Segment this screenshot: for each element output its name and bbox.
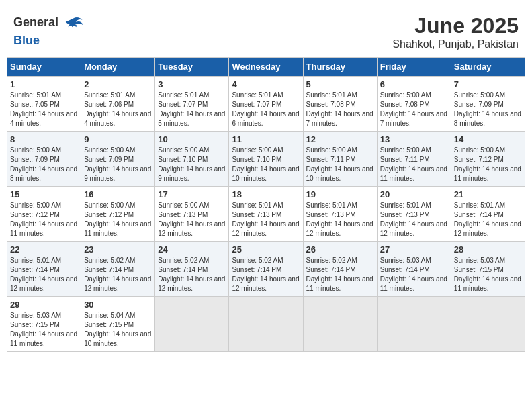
sunset-text: Sunset: 7:10 PM (158, 156, 208, 163)
table-row: 15 Sunrise: 5:00 AM Sunset: 7:12 PM Dayl… (7, 187, 81, 242)
sunrise-text: Sunrise: 5:01 AM (232, 91, 283, 99)
sunset-text: Sunset: 7:10 PM (232, 156, 281, 163)
sunset-text: Sunset: 7:13 PM (232, 211, 281, 218)
daylight-text: Daylight: 14 hours and 12 minutes. (84, 275, 151, 292)
sunset-text: Sunset: 7:14 PM (10, 266, 60, 273)
cell-info: Sunrise: 5:03 AM Sunset: 7:14 PM Dayligh… (380, 256, 448, 293)
col-sunday: Sunday (7, 58, 81, 77)
cell-info: Sunrise: 5:01 AM Sunset: 7:07 PM Dayligh… (158, 91, 226, 128)
day-number: 26 (306, 244, 374, 255)
table-row: 26 Sunrise: 5:02 AM Sunset: 7:14 PM Dayl… (303, 242, 377, 297)
table-row: 6 Sunrise: 5:00 AM Sunset: 7:08 PM Dayli… (377, 77, 451, 132)
table-row: 17 Sunrise: 5:00 AM Sunset: 7:13 PM Dayl… (155, 187, 229, 242)
table-row: 7 Sunrise: 5:00 AM Sunset: 7:09 PM Dayli… (451, 77, 525, 132)
cell-info: Sunrise: 5:00 AM Sunset: 7:12 PM Dayligh… (84, 201, 152, 238)
day-number: 18 (232, 189, 300, 199)
logo-blue: Blue (13, 34, 40, 47)
table-row: 4 Sunrise: 5:01 AM Sunset: 7:07 PM Dayli… (229, 77, 303, 132)
sunset-text: Sunset: 7:09 PM (84, 156, 134, 163)
table-row: 13 Sunrise: 5:00 AM Sunset: 7:11 PM Dayl… (377, 132, 451, 187)
cell-info: Sunrise: 5:00 AM Sunset: 7:10 PM Dayligh… (232, 146, 300, 183)
table-row: 28 Sunrise: 5:03 AM Sunset: 7:15 PM Dayl… (451, 242, 525, 297)
sunrise-text: Sunrise: 5:02 AM (232, 257, 283, 264)
cell-info: Sunrise: 5:02 AM Sunset: 7:14 PM Dayligh… (158, 256, 226, 293)
daylight-text: Daylight: 14 hours and 6 minutes. (232, 110, 299, 127)
sunset-text: Sunset: 7:07 PM (232, 101, 281, 108)
sunset-text: Sunset: 7:14 PM (232, 266, 281, 273)
table-row (155, 297, 229, 352)
logo-text: General Blue (13, 13, 85, 48)
col-wednesday: Wednesday (229, 58, 303, 77)
cell-info: Sunrise: 5:01 AM Sunset: 7:14 PM Dayligh… (10, 256, 78, 293)
cell-info: Sunrise: 5:03 AM Sunset: 7:15 PM Dayligh… (454, 256, 522, 293)
daylight-text: Daylight: 14 hours and 12 minutes. (158, 275, 225, 292)
day-number: 14 (454, 134, 522, 144)
calendar-week-row: 29 Sunrise: 5:03 AM Sunset: 7:15 PM Dayl… (7, 297, 525, 352)
sunset-text: Sunset: 7:06 PM (84, 101, 134, 108)
month-title: June 2025 (392, 13, 519, 38)
daylight-text: Daylight: 14 hours and 12 minutes. (232, 220, 299, 237)
location-title: Shahkot, Punjab, Pakistan (392, 38, 519, 50)
cell-info: Sunrise: 5:02 AM Sunset: 7:14 PM Dayligh… (232, 256, 300, 293)
sunrise-text: Sunrise: 5:00 AM (84, 201, 135, 209)
sunrise-text: Sunrise: 5:02 AM (84, 257, 135, 264)
cell-info: Sunrise: 5:00 AM Sunset: 7:12 PM Dayligh… (454, 146, 522, 183)
sunrise-text: Sunrise: 5:00 AM (84, 146, 135, 154)
sunrise-text: Sunrise: 5:00 AM (454, 146, 505, 154)
daylight-text: Daylight: 14 hours and 11 minutes. (380, 275, 447, 292)
title-block: June 2025 Shahkot, Punjab, Pakistan (392, 13, 519, 50)
day-number: 4 (232, 79, 300, 89)
daylight-text: Daylight: 14 hours and 4 minutes. (10, 110, 77, 127)
cell-info: Sunrise: 5:00 AM Sunset: 7:11 PM Dayligh… (380, 146, 448, 183)
sunset-text: Sunset: 7:05 PM (10, 101, 60, 108)
table-row: 30 Sunrise: 5:04 AM Sunset: 7:15 PM Dayl… (81, 297, 155, 352)
cell-info: Sunrise: 5:03 AM Sunset: 7:15 PM Dayligh… (10, 311, 78, 349)
cell-info: Sunrise: 5:00 AM Sunset: 7:12 PM Dayligh… (10, 201, 78, 238)
day-number: 24 (158, 244, 226, 255)
day-number: 12 (306, 134, 374, 144)
daylight-text: Daylight: 14 hours and 5 minutes. (158, 110, 225, 127)
day-number: 6 (380, 79, 448, 89)
daylight-text: Daylight: 14 hours and 10 minutes. (306, 165, 373, 182)
cell-info: Sunrise: 5:01 AM Sunset: 7:14 PM Dayligh… (454, 201, 522, 238)
sunrise-text: Sunrise: 5:00 AM (10, 201, 61, 209)
day-number: 23 (84, 244, 152, 255)
sunrise-text: Sunrise: 5:02 AM (306, 257, 357, 264)
sunset-text: Sunset: 7:08 PM (306, 101, 356, 108)
table-row: 23 Sunrise: 5:02 AM Sunset: 7:14 PM Dayl… (81, 242, 155, 297)
sunrise-text: Sunrise: 5:01 AM (454, 201, 505, 209)
cell-info: Sunrise: 5:01 AM Sunset: 7:13 PM Dayligh… (232, 201, 300, 238)
table-row: 29 Sunrise: 5:03 AM Sunset: 7:15 PM Dayl… (7, 297, 81, 352)
sunset-text: Sunset: 7:14 PM (454, 211, 504, 218)
sunset-text: Sunset: 7:14 PM (84, 266, 134, 273)
sunset-text: Sunset: 7:09 PM (454, 101, 504, 108)
daylight-text: Daylight: 14 hours and 11 minutes. (10, 220, 77, 237)
cell-info: Sunrise: 5:00 AM Sunset: 7:08 PM Dayligh… (380, 91, 448, 128)
calendar-week-row: 8 Sunrise: 5:00 AM Sunset: 7:09 PM Dayli… (7, 132, 525, 187)
sunrise-text: Sunrise: 5:03 AM (10, 312, 61, 319)
sunset-text: Sunset: 7:14 PM (380, 266, 430, 273)
cell-info: Sunrise: 5:00 AM Sunset: 7:09 PM Dayligh… (84, 146, 152, 183)
sunrise-text: Sunrise: 5:04 AM (84, 312, 135, 319)
logo-general: General (13, 15, 58, 29)
calendar-week-row: 1 Sunrise: 5:01 AM Sunset: 7:05 PM Dayli… (7, 77, 525, 132)
sunset-text: Sunset: 7:13 PM (158, 211, 208, 218)
table-row (229, 297, 303, 352)
sunset-text: Sunset: 7:11 PM (380, 156, 430, 163)
day-number: 8 (10, 134, 78, 144)
sunrise-text: Sunrise: 5:00 AM (306, 146, 357, 154)
sunset-text: Sunset: 7:08 PM (380, 101, 430, 108)
day-number: 11 (232, 134, 300, 144)
sunrise-text: Sunrise: 5:00 AM (380, 146, 431, 154)
table-row: 3 Sunrise: 5:01 AM Sunset: 7:07 PM Dayli… (155, 77, 229, 132)
sunset-text: Sunset: 7:13 PM (306, 211, 356, 218)
day-number: 1 (10, 79, 78, 89)
calendar-header-row: Sunday Monday Tuesday Wednesday Thursday… (7, 58, 525, 77)
cell-info: Sunrise: 5:01 AM Sunset: 7:08 PM Dayligh… (306, 91, 374, 128)
table-row: 8 Sunrise: 5:00 AM Sunset: 7:09 PM Dayli… (7, 132, 81, 187)
sunrise-text: Sunrise: 5:03 AM (454, 257, 505, 264)
daylight-text: Daylight: 14 hours and 12 minutes. (454, 220, 521, 237)
table-row (303, 297, 377, 352)
daylight-text: Daylight: 14 hours and 12 minutes. (380, 220, 447, 237)
daylight-text: Daylight: 14 hours and 4 minutes. (84, 110, 151, 127)
